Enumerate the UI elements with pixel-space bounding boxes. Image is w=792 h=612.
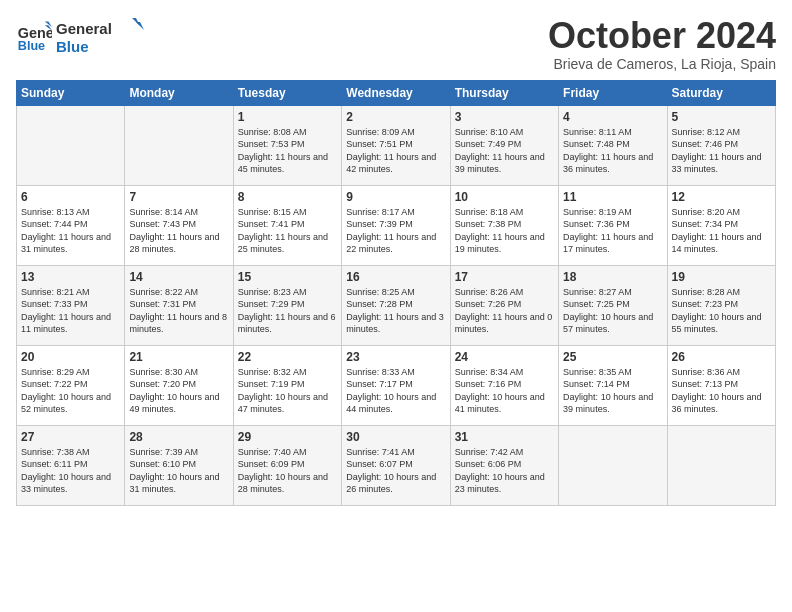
day-number: 25 xyxy=(563,350,662,364)
month-title: October 2024 xyxy=(548,16,776,56)
day-info: Sunrise: 8:14 AM Sunset: 7:43 PM Dayligh… xyxy=(129,206,228,256)
calendar-week-row: 27Sunrise: 7:38 AM Sunset: 6:11 PM Dayli… xyxy=(17,425,776,505)
day-number: 30 xyxy=(346,430,445,444)
calendar-cell: 1Sunrise: 8:08 AM Sunset: 7:53 PM Daylig… xyxy=(233,105,341,185)
day-number: 7 xyxy=(129,190,228,204)
day-header-friday: Friday xyxy=(559,80,667,105)
calendar-cell: 29Sunrise: 7:40 AM Sunset: 6:09 PM Dayli… xyxy=(233,425,341,505)
calendar-cell: 18Sunrise: 8:27 AM Sunset: 7:25 PM Dayli… xyxy=(559,265,667,345)
svg-text:General: General xyxy=(18,25,52,41)
calendar-week-row: 6Sunrise: 8:13 AM Sunset: 7:44 PM Daylig… xyxy=(17,185,776,265)
calendar-cell xyxy=(17,105,125,185)
svg-text:Blue: Blue xyxy=(56,38,89,55)
svg-text:General: General xyxy=(56,20,112,37)
day-number: 9 xyxy=(346,190,445,204)
day-number: 1 xyxy=(238,110,337,124)
svg-marker-7 xyxy=(136,22,144,30)
calendar-cell: 25Sunrise: 8:35 AM Sunset: 7:14 PM Dayli… xyxy=(559,345,667,425)
calendar-cell: 14Sunrise: 8:22 AM Sunset: 7:31 PM Dayli… xyxy=(125,265,233,345)
calendar-cell: 9Sunrise: 8:17 AM Sunset: 7:39 PM Daylig… xyxy=(342,185,450,265)
calendar-cell: 26Sunrise: 8:36 AM Sunset: 7:13 PM Dayli… xyxy=(667,345,775,425)
title-block: October 2024 Brieva de Cameros, La Rioja… xyxy=(548,16,776,72)
svg-text:Blue: Blue xyxy=(18,39,45,53)
day-number: 15 xyxy=(238,270,337,284)
day-info: Sunrise: 8:17 AM Sunset: 7:39 PM Dayligh… xyxy=(346,206,445,256)
calendar-cell: 15Sunrise: 8:23 AM Sunset: 7:29 PM Dayli… xyxy=(233,265,341,345)
day-header-wednesday: Wednesday xyxy=(342,80,450,105)
calendar-cell: 30Sunrise: 7:41 AM Sunset: 6:07 PM Dayli… xyxy=(342,425,450,505)
day-number: 2 xyxy=(346,110,445,124)
calendar-week-row: 13Sunrise: 8:21 AM Sunset: 7:33 PM Dayli… xyxy=(17,265,776,345)
day-header-thursday: Thursday xyxy=(450,80,558,105)
calendar-week-row: 1Sunrise: 8:08 AM Sunset: 7:53 PM Daylig… xyxy=(17,105,776,185)
day-number: 11 xyxy=(563,190,662,204)
day-info: Sunrise: 8:15 AM Sunset: 7:41 PM Dayligh… xyxy=(238,206,337,256)
calendar-body: 1Sunrise: 8:08 AM Sunset: 7:53 PM Daylig… xyxy=(17,105,776,505)
day-info: Sunrise: 8:21 AM Sunset: 7:33 PM Dayligh… xyxy=(21,286,120,336)
calendar-cell: 3Sunrise: 8:10 AM Sunset: 7:49 PM Daylig… xyxy=(450,105,558,185)
logo-text: General Blue xyxy=(56,16,146,56)
calendar-cell: 20Sunrise: 8:29 AM Sunset: 7:22 PM Dayli… xyxy=(17,345,125,425)
day-info: Sunrise: 8:33 AM Sunset: 7:17 PM Dayligh… xyxy=(346,366,445,416)
day-info: Sunrise: 8:29 AM Sunset: 7:22 PM Dayligh… xyxy=(21,366,120,416)
calendar-cell xyxy=(667,425,775,505)
day-header-sunday: Sunday xyxy=(17,80,125,105)
calendar-cell: 10Sunrise: 8:18 AM Sunset: 7:38 PM Dayli… xyxy=(450,185,558,265)
day-info: Sunrise: 8:20 AM Sunset: 7:34 PM Dayligh… xyxy=(672,206,771,256)
day-info: Sunrise: 8:34 AM Sunset: 7:16 PM Dayligh… xyxy=(455,366,554,416)
day-number: 20 xyxy=(21,350,120,364)
day-info: Sunrise: 8:12 AM Sunset: 7:46 PM Dayligh… xyxy=(672,126,771,176)
day-info: Sunrise: 7:42 AM Sunset: 6:06 PM Dayligh… xyxy=(455,446,554,496)
day-number: 19 xyxy=(672,270,771,284)
day-number: 4 xyxy=(563,110,662,124)
day-info: Sunrise: 8:11 AM Sunset: 7:48 PM Dayligh… xyxy=(563,126,662,176)
day-info: Sunrise: 8:19 AM Sunset: 7:36 PM Dayligh… xyxy=(563,206,662,256)
day-header-monday: Monday xyxy=(125,80,233,105)
calendar-cell: 4Sunrise: 8:11 AM Sunset: 7:48 PM Daylig… xyxy=(559,105,667,185)
day-info: Sunrise: 8:25 AM Sunset: 7:28 PM Dayligh… xyxy=(346,286,445,336)
calendar-cell xyxy=(559,425,667,505)
day-info: Sunrise: 8:18 AM Sunset: 7:38 PM Dayligh… xyxy=(455,206,554,256)
calendar-cell: 7Sunrise: 8:14 AM Sunset: 7:43 PM Daylig… xyxy=(125,185,233,265)
day-info: Sunrise: 8:28 AM Sunset: 7:23 PM Dayligh… xyxy=(672,286,771,336)
day-number: 12 xyxy=(672,190,771,204)
calendar-table: SundayMondayTuesdayWednesdayThursdayFrid… xyxy=(16,80,776,506)
day-number: 21 xyxy=(129,350,228,364)
day-number: 8 xyxy=(238,190,337,204)
day-number: 28 xyxy=(129,430,228,444)
day-info: Sunrise: 8:10 AM Sunset: 7:49 PM Dayligh… xyxy=(455,126,554,176)
calendar-cell: 23Sunrise: 8:33 AM Sunset: 7:17 PM Dayli… xyxy=(342,345,450,425)
calendar-header-row: SundayMondayTuesdayWednesdayThursdayFrid… xyxy=(17,80,776,105)
day-info: Sunrise: 8:30 AM Sunset: 7:20 PM Dayligh… xyxy=(129,366,228,416)
day-info: Sunrise: 8:09 AM Sunset: 7:51 PM Dayligh… xyxy=(346,126,445,176)
day-info: Sunrise: 7:39 AM Sunset: 6:10 PM Dayligh… xyxy=(129,446,228,496)
calendar-cell: 8Sunrise: 8:15 AM Sunset: 7:41 PM Daylig… xyxy=(233,185,341,265)
day-number: 17 xyxy=(455,270,554,284)
calendar-cell xyxy=(125,105,233,185)
day-header-saturday: Saturday xyxy=(667,80,775,105)
day-info: Sunrise: 8:32 AM Sunset: 7:19 PM Dayligh… xyxy=(238,366,337,416)
day-info: Sunrise: 8:08 AM Sunset: 7:53 PM Dayligh… xyxy=(238,126,337,176)
day-info: Sunrise: 7:38 AM Sunset: 6:11 PM Dayligh… xyxy=(21,446,120,496)
day-number: 14 xyxy=(129,270,228,284)
day-info: Sunrise: 8:27 AM Sunset: 7:25 PM Dayligh… xyxy=(563,286,662,336)
day-number: 6 xyxy=(21,190,120,204)
calendar-cell: 19Sunrise: 8:28 AM Sunset: 7:23 PM Dayli… xyxy=(667,265,775,345)
calendar-cell: 5Sunrise: 8:12 AM Sunset: 7:46 PM Daylig… xyxy=(667,105,775,185)
day-number: 27 xyxy=(21,430,120,444)
day-number: 16 xyxy=(346,270,445,284)
calendar-cell: 16Sunrise: 8:25 AM Sunset: 7:28 PM Dayli… xyxy=(342,265,450,345)
day-number: 29 xyxy=(238,430,337,444)
calendar-cell: 28Sunrise: 7:39 AM Sunset: 6:10 PM Dayli… xyxy=(125,425,233,505)
calendar-cell: 31Sunrise: 7:42 AM Sunset: 6:06 PM Dayli… xyxy=(450,425,558,505)
day-number: 5 xyxy=(672,110,771,124)
calendar-cell: 11Sunrise: 8:19 AM Sunset: 7:36 PM Dayli… xyxy=(559,185,667,265)
calendar-cell: 27Sunrise: 7:38 AM Sunset: 6:11 PM Dayli… xyxy=(17,425,125,505)
logo-icon: General Blue xyxy=(16,18,52,54)
day-number: 10 xyxy=(455,190,554,204)
calendar-cell: 17Sunrise: 8:26 AM Sunset: 7:26 PM Dayli… xyxy=(450,265,558,345)
calendar-cell: 6Sunrise: 8:13 AM Sunset: 7:44 PM Daylig… xyxy=(17,185,125,265)
calendar-cell: 22Sunrise: 8:32 AM Sunset: 7:19 PM Dayli… xyxy=(233,345,341,425)
day-info: Sunrise: 8:35 AM Sunset: 7:14 PM Dayligh… xyxy=(563,366,662,416)
calendar-cell: 24Sunrise: 8:34 AM Sunset: 7:16 PM Dayli… xyxy=(450,345,558,425)
